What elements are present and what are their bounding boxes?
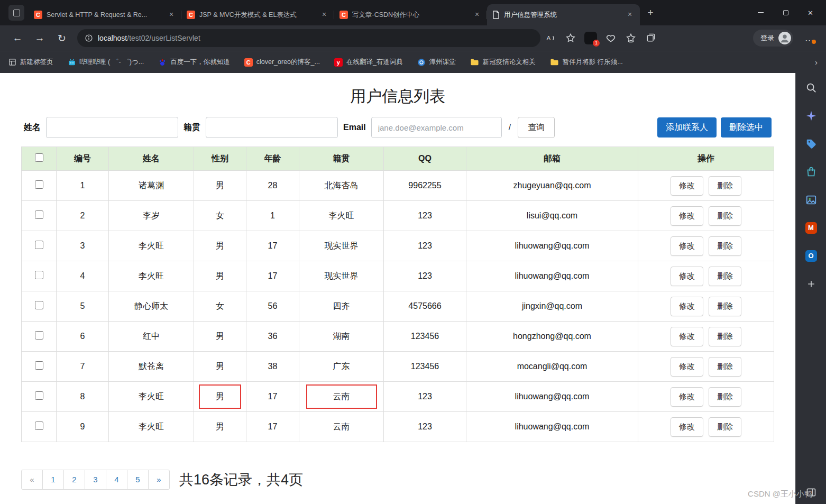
workspaces-icon[interactable] (8, 5, 24, 21)
edit-button[interactable]: 修改 (671, 417, 703, 437)
pagination-next[interactable]: » (148, 470, 170, 490)
edit-button[interactable]: 修改 (671, 387, 703, 407)
image-creator-icon[interactable] (805, 194, 818, 206)
back-icon[interactable]: ← (6, 29, 29, 48)
bookmark-folder-covid[interactable]: 新冠疫情论文相关 (470, 58, 536, 67)
row-checkbox[interactable] (35, 391, 43, 400)
edit-button[interactable]: 修改 (671, 327, 703, 346)
edit-button[interactable]: 修改 (671, 236, 703, 256)
tab-close-icon[interactable]: × (167, 10, 176, 20)
forward-icon[interactable]: → (29, 29, 51, 48)
minimize-button[interactable] (748, 0, 773, 25)
edit-button[interactable]: 修改 (671, 267, 703, 286)
bookmark-new-tab[interactable]: 新建标签页 (8, 58, 53, 67)
row-checkbox[interactable] (35, 271, 43, 279)
youdao-icon: y (334, 58, 343, 67)
header-gender: 性别 (194, 147, 246, 171)
email-input[interactable] (371, 117, 502, 138)
pagination-page-1[interactable]: 1 (42, 470, 64, 490)
bookmark-youdao[interactable]: y 在线翻译_有道词典 (334, 58, 403, 67)
travel-bag-icon[interactable] (805, 166, 818, 178)
address-bar[interactable]: localhost/test02/userListServlet (77, 29, 540, 47)
add-sidebar-app-icon[interactable] (805, 278, 818, 290)
pagination-page-3[interactable]: 3 (85, 470, 106, 490)
maximize-button[interactable] (773, 0, 798, 25)
tab-user-management-active[interactable]: 用户信息管理系统 × (487, 4, 640, 25)
edit-button[interactable]: 修改 (671, 176, 703, 196)
discover-sparkle-icon[interactable] (805, 109, 818, 122)
tab-close-icon[interactable]: × (472, 10, 482, 20)
edit-button[interactable]: 修改 (671, 297, 703, 316)
origin-input[interactable] (206, 117, 338, 138)
browser-essentials-icon[interactable] (601, 29, 621, 47)
settings-menu-icon[interactable]: … (800, 29, 820, 47)
pagination-page-5[interactable]: 5 (127, 470, 149, 490)
avatar (778, 31, 792, 45)
tab-title: 写文章-CSDN创作中心 (352, 11, 468, 20)
site-info-icon[interactable] (85, 34, 93, 42)
pagination-page-4[interactable]: 4 (106, 470, 127, 490)
row-checkbox[interactable] (35, 361, 43, 370)
delete-button[interactable]: 删除 (709, 387, 741, 407)
edit-button[interactable]: 修改 (671, 206, 703, 226)
pagination-page-2[interactable]: 2 (63, 470, 85, 490)
delete-button[interactable]: 删除 (709, 357, 741, 377)
tab-jsp-mvc[interactable]: C JSP & MVC开发模式 & EL表达式 × (181, 4, 334, 25)
delete-button[interactable]: 删除 (709, 297, 741, 316)
tab-close-icon[interactable]: × (319, 10, 329, 20)
new-tab-button[interactable]: + (643, 6, 658, 21)
cell-id: 8 (57, 382, 109, 412)
cell-gender: 男 (194, 171, 246, 201)
csdn-favicon: C (339, 11, 348, 19)
window-controls: ✕ (748, 0, 823, 25)
tab-close-icon[interactable]: × (625, 10, 635, 20)
row-checkbox[interactable] (35, 421, 43, 430)
search-icon[interactable] (805, 81, 818, 94)
cell-id: 1 (57, 171, 109, 201)
tab-servlet-http[interactable]: C Servlet & HTTP & Request & Re... × (29, 4, 181, 25)
bookmark-baidu[interactable]: 百度一下，你就知道 (158, 58, 230, 67)
favorites-icon[interactable] (621, 29, 641, 47)
delete-button[interactable]: 删除 (709, 176, 741, 196)
bookmarks-overflow-icon[interactable]: › (815, 58, 818, 67)
bookmark-tanzhou[interactable]: 潭州课堂 (417, 58, 456, 67)
query-button[interactable]: 查询 (518, 117, 555, 138)
reload-icon[interactable]: ↻ (51, 29, 73, 48)
shopping-tag-icon[interactable] (805, 138, 818, 150)
row-checkbox[interactable] (35, 331, 43, 340)
row-checkbox[interactable] (35, 180, 43, 189)
close-window-button[interactable]: ✕ (798, 0, 823, 25)
cell-qq: 123 (384, 412, 466, 442)
m365-icon[interactable]: M (805, 222, 818, 234)
bookmark-folder-misc[interactable]: 暂伴月将影 行乐须... (550, 58, 623, 67)
collections-icon[interactable] (641, 29, 661, 47)
row-checkbox[interactable] (35, 301, 43, 309)
cell-age: 38 (246, 352, 299, 382)
row-checkbox[interactable] (35, 241, 43, 249)
bookmark-csdn-blog[interactable]: C clover_oreo的博客_... (244, 58, 320, 67)
delete-button[interactable]: 删除 (709, 417, 741, 437)
add-favorite-icon[interactable] (561, 29, 581, 47)
edge-sidebar: M O (795, 73, 826, 504)
outlook-icon[interactable]: O (805, 250, 818, 262)
delete-button[interactable]: 删除 (709, 327, 741, 346)
select-all-checkbox[interactable] (35, 153, 43, 162)
add-contact-button[interactable]: 添加联系人 (657, 117, 717, 138)
login-button[interactable]: 登录 (753, 30, 793, 47)
row-checkbox[interactable] (35, 210, 43, 219)
table-row: 5 静心师太 女 56 四齐 4575666 jingxin@qq.com 修改… (22, 291, 774, 322)
name-input[interactable] (46, 117, 178, 138)
delete-button[interactable]: 删除 (709, 206, 741, 226)
edit-button[interactable]: 修改 (671, 357, 703, 377)
email-label: Email (343, 123, 366, 132)
cell-id: 6 (57, 322, 109, 352)
delete-button[interactable]: 删除 (709, 267, 741, 286)
pagination-prev[interactable]: « (21, 470, 43, 490)
bookmark-bilibili[interactable]: 哔哩哔哩 ( ゜- ゜)つ... (68, 58, 144, 67)
tab-csdn-editor[interactable]: C 写文章-CSDN创作中心 × (334, 4, 487, 25)
delete-button[interactable]: 删除 (709, 236, 741, 256)
read-aloud-icon[interactable]: A (540, 29, 561, 47)
cell-age: 56 (246, 291, 299, 322)
delete-selected-button[interactable]: 删除选中 (721, 117, 772, 138)
extension-icon[interactable]: 1 (581, 29, 601, 47)
